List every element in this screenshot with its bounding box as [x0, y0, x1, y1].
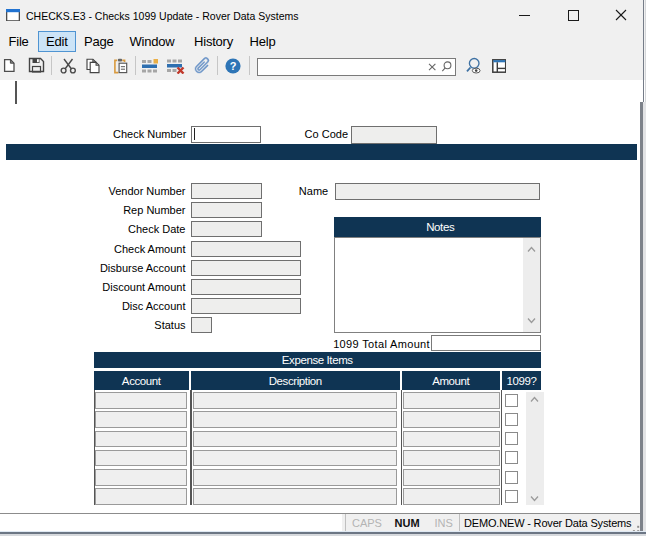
svg-text:?: ?: [230, 60, 237, 72]
